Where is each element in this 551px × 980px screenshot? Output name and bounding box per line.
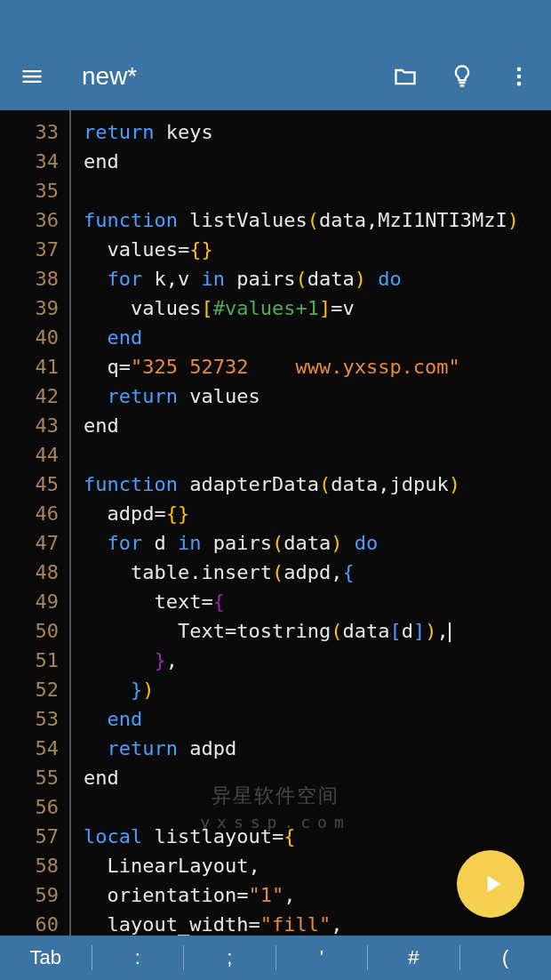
shortcut-key-0[interactable]: Tab bbox=[0, 945, 92, 970]
line-number: 55 bbox=[0, 763, 69, 792]
code-line[interactable]: table.insert(adpd,{ bbox=[84, 558, 551, 587]
line-number: 35 bbox=[0, 176, 69, 205]
line-number: 49 bbox=[0, 587, 69, 616]
code-line[interactable] bbox=[84, 440, 551, 470]
code-line[interactable]: local listlayout={ bbox=[84, 822, 551, 851]
line-number: 36 bbox=[0, 205, 69, 235]
shortcut-key-3[interactable]: ' bbox=[276, 945, 369, 970]
line-number: 33 bbox=[0, 117, 69, 147]
line-number: 50 bbox=[0, 616, 69, 646]
code-line[interactable]: values={} bbox=[84, 235, 551, 264]
hamburger-icon bbox=[20, 64, 44, 89]
code-line[interactable]: return adpd bbox=[84, 734, 551, 763]
code-line[interactable]: end bbox=[84, 411, 551, 440]
run-button[interactable] bbox=[457, 850, 524, 918]
code-editor[interactable]: 3334353637383940414243444546474849505152… bbox=[0, 110, 551, 936]
line-number: 42 bbox=[0, 382, 69, 411]
code-line[interactable]: end bbox=[84, 147, 551, 176]
file-title: new* bbox=[82, 62, 137, 91]
line-number: 57 bbox=[0, 822, 69, 851]
line-number-gutter: 3334353637383940414243444546474849505152… bbox=[0, 110, 71, 936]
lightbulb-icon bbox=[450, 64, 475, 89]
hint-button[interactable] bbox=[444, 59, 480, 94]
code-line[interactable]: }) bbox=[84, 675, 551, 704]
line-number: 48 bbox=[0, 558, 69, 587]
code-line[interactable]: end bbox=[84, 763, 551, 792]
shortcut-bar: Tab:;'#( bbox=[0, 936, 551, 980]
line-number: 43 bbox=[0, 411, 69, 440]
line-number: 39 bbox=[0, 293, 69, 323]
code-line[interactable]: text={ bbox=[84, 587, 551, 616]
svg-point-1 bbox=[517, 75, 522, 79]
line-number: 45 bbox=[0, 470, 69, 499]
code-line[interactable]: end bbox=[84, 323, 551, 352]
code-line[interactable]: end bbox=[84, 704, 551, 734]
svg-point-2 bbox=[517, 82, 522, 86]
toolbar: new* bbox=[0, 43, 551, 110]
open-file-button[interactable] bbox=[387, 59, 423, 94]
code-content[interactable]: return keysendfunction listValues(data,M… bbox=[71, 110, 551, 936]
line-number: 52 bbox=[0, 675, 69, 704]
text-cursor bbox=[449, 623, 451, 642]
line-number: 59 bbox=[0, 880, 69, 910]
code-line[interactable]: q="325 52732 www.yxssp.com" bbox=[84, 352, 551, 382]
code-line[interactable]: }, bbox=[84, 646, 551, 675]
line-number: 58 bbox=[0, 851, 69, 880]
shortcut-key-5[interactable]: ( bbox=[460, 945, 552, 970]
line-number: 56 bbox=[0, 792, 69, 822]
code-line[interactable]: Text=tostring(data[d]), bbox=[84, 616, 551, 646]
shortcut-key-4[interactable]: # bbox=[368, 945, 460, 970]
code-line[interactable] bbox=[84, 176, 551, 205]
menu-button[interactable] bbox=[14, 59, 50, 94]
line-number: 46 bbox=[0, 499, 69, 528]
line-number: 54 bbox=[0, 734, 69, 763]
code-line[interactable]: return keys bbox=[84, 117, 551, 147]
line-number: 37 bbox=[0, 235, 69, 264]
line-number: 38 bbox=[0, 264, 69, 293]
line-number: 41 bbox=[0, 352, 69, 382]
code-line[interactable]: for d in pairs(data) do bbox=[84, 528, 551, 558]
svg-point-0 bbox=[517, 68, 522, 72]
folder-icon bbox=[393, 64, 418, 89]
line-number: 40 bbox=[0, 323, 69, 352]
line-number: 44 bbox=[0, 440, 69, 470]
code-line[interactable]: for k,v in pairs(data) do bbox=[84, 264, 551, 293]
overflow-menu-button[interactable] bbox=[501, 59, 537, 94]
code-line[interactable]: function adapterData(data,jdpuk) bbox=[84, 470, 551, 499]
more-vert-icon bbox=[507, 64, 531, 89]
line-number: 51 bbox=[0, 646, 69, 675]
status-bar bbox=[0, 0, 551, 43]
shortcut-key-1[interactable]: : bbox=[92, 945, 185, 970]
code-line[interactable]: values[#values+1]=v bbox=[84, 293, 551, 323]
line-number: 34 bbox=[0, 147, 69, 176]
line-number: 60 bbox=[0, 910, 69, 936]
code-line[interactable]: adpd={} bbox=[84, 499, 551, 528]
play-icon bbox=[478, 870, 507, 898]
code-line[interactable]: function listValues(data,MzI1NTI3MzI) bbox=[84, 205, 551, 235]
line-number: 47 bbox=[0, 528, 69, 558]
code-line[interactable]: return values bbox=[84, 382, 551, 411]
line-number: 53 bbox=[0, 704, 69, 734]
shortcut-key-2[interactable]: ; bbox=[184, 945, 276, 970]
code-line[interactable] bbox=[84, 792, 551, 822]
